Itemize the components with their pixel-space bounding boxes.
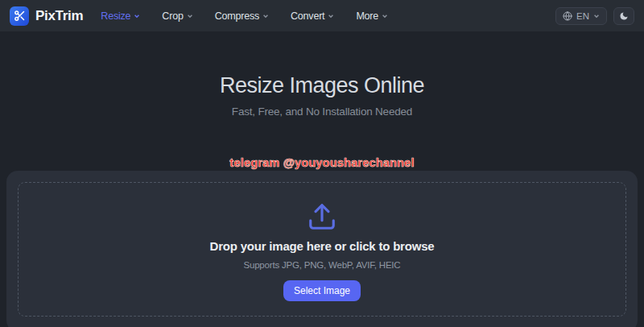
nav-item-crop[interactable]: Crop (162, 10, 192, 22)
nav-item-convert[interactable]: Convert (291, 10, 334, 22)
theme-toggle[interactable] (613, 7, 634, 25)
globe-icon (563, 11, 572, 21)
nav-item-label: Compress (215, 10, 259, 22)
chevron-down-icon (328, 13, 334, 19)
upload-icon (307, 201, 337, 232)
nav-item-label: More (356, 10, 378, 22)
hero-section: Resize Images Online Fast, Free, and No … (0, 31, 644, 169)
chevron-down-icon (382, 13, 388, 19)
chevron-down-icon (593, 13, 600, 19)
upload-card: Drop your image here or click to browse … (6, 171, 638, 327)
chevron-down-icon (187, 13, 193, 19)
dropzone-instruction: Drop your image here or click to browse (210, 239, 435, 253)
brand-logo[interactable]: PixTrim (10, 6, 83, 26)
select-image-button[interactable]: Select Image (283, 280, 361, 301)
page-title: Resize Images Online (0, 73, 644, 98)
nav-item-label: Convert (291, 10, 324, 22)
scissors-icon (10, 6, 29, 26)
chevron-down-icon (262, 13, 269, 19)
nav-item-resize[interactable]: Resize (101, 10, 140, 22)
main-nav: Resize Crop Compress Convert More (101, 10, 388, 22)
supported-formats: Supports JPG, PNG, WebP, AVIF, HEIC (244, 260, 401, 270)
watermark-text: telegram @youyousharechannel (0, 156, 644, 169)
chevron-down-icon (134, 13, 140, 19)
brand-name: PixTrim (35, 8, 83, 24)
navbar: PixTrim Resize Crop Compress Convert Mor… (0, 0, 644, 31)
nav-item-label: Resize (101, 10, 130, 22)
language-selector[interactable]: EN (555, 7, 607, 25)
header-controls: EN (555, 7, 634, 25)
nav-item-label: Crop (162, 10, 183, 22)
nav-item-more[interactable]: More (356, 10, 388, 22)
image-dropzone[interactable]: Drop your image here or click to browse … (18, 182, 626, 317)
nav-item-compress[interactable]: Compress (215, 10, 269, 22)
language-label: EN (576, 11, 589, 21)
moon-icon (619, 11, 629, 21)
page-subtitle: Fast, Free, and No Installation Needed (0, 106, 644, 118)
